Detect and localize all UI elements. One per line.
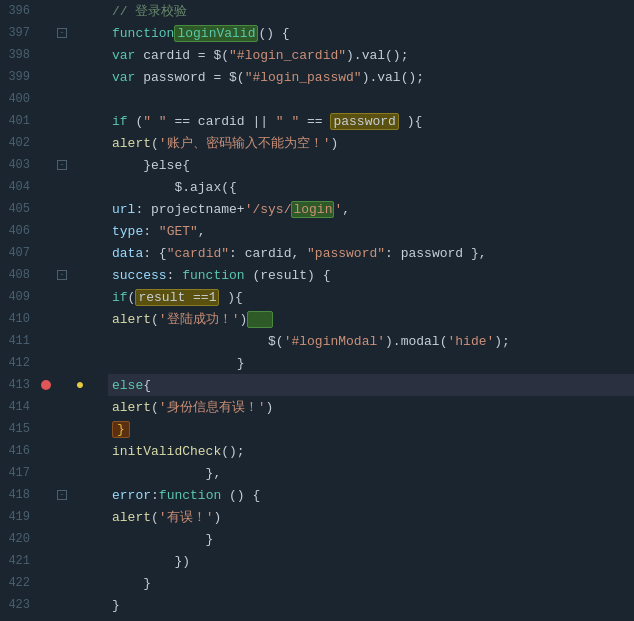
code-line: function loginValid() { — [108, 22, 634, 44]
gutter-row: 406 — [0, 220, 108, 242]
code-line: } — [108, 594, 634, 616]
code-line: $.ajax({ — [108, 176, 634, 198]
line-number: 407 — [0, 246, 38, 260]
code-line: alert('登陆成功！') — [108, 308, 634, 330]
line-gutter: 396397-398399400401402403-40440540640740… — [0, 0, 108, 621]
code-line: // 登录校验 — [108, 0, 634, 22]
line-number: 401 — [0, 114, 38, 128]
code-line: } — [108, 572, 634, 594]
gutter-row: 417 — [0, 462, 108, 484]
code-line: var cardid = $("#login_cardid").val(); — [108, 44, 634, 66]
gutter-row: 396 — [0, 0, 108, 22]
code-line: }) — [108, 550, 634, 572]
code-line: type: "GET", — [108, 220, 634, 242]
code-line: error:function () { — [108, 484, 634, 506]
line-number: 418 — [0, 488, 38, 502]
code-line: url: projectname+'/sys/login', — [108, 198, 634, 220]
gutter-row: 405 — [0, 198, 108, 220]
fold-area[interactable]: - — [54, 270, 70, 280]
code-line: }, — [108, 462, 634, 484]
gutter-row: 410 — [0, 308, 108, 330]
gutter-row: 407 — [0, 242, 108, 264]
gutter-row: 409 — [0, 286, 108, 308]
gutter-row: 421 — [0, 550, 108, 572]
fold-icon[interactable]: - — [57, 160, 67, 170]
line-number: 413 — [0, 378, 38, 392]
gutter-row: 422 — [0, 572, 108, 594]
line-number: 398 — [0, 48, 38, 62]
line-number: 396 — [0, 4, 38, 18]
line-number: 400 — [0, 92, 38, 106]
gutter-row: 397- — [0, 22, 108, 44]
breakpoint-area[interactable] — [38, 380, 54, 390]
gutter-row: 398 — [0, 44, 108, 66]
gutter-row: 414 — [0, 396, 108, 418]
line-number: 408 — [0, 268, 38, 282]
gutter-row: 415 — [0, 418, 108, 440]
code-line: $('#loginModal').modal('hide'); — [108, 330, 634, 352]
line-number: 414 — [0, 400, 38, 414]
gutter-row: 399 — [0, 66, 108, 88]
fold-icon[interactable]: - — [57, 490, 67, 500]
line-number: 397 — [0, 26, 38, 40]
gutter-row: 419 — [0, 506, 108, 528]
line-number: 417 — [0, 466, 38, 480]
gutter-row: 402 — [0, 132, 108, 154]
line-number: 403 — [0, 158, 38, 172]
gutter-row: 411 — [0, 330, 108, 352]
gutter-row: 412 — [0, 352, 108, 374]
code-line: success: function (result) { — [108, 264, 634, 286]
line-number: 405 — [0, 202, 38, 216]
line-number: 411 — [0, 334, 38, 348]
fold-area[interactable]: - — [54, 160, 70, 170]
fold-icon[interactable]: - — [57, 28, 67, 38]
warning-area: ● — [70, 377, 90, 393]
code-line: alert('身份信息有误！') — [108, 396, 634, 418]
fold-area[interactable]: - — [54, 490, 70, 500]
line-number: 416 — [0, 444, 38, 458]
code-line: initValidCheck(); — [108, 440, 634, 462]
code-line: } — [108, 352, 634, 374]
watermark — [618, 613, 626, 617]
gutter-row: 418- — [0, 484, 108, 506]
code-line: if (" " == cardid || " " == password ){ — [108, 110, 634, 132]
gutter-row: 408- — [0, 264, 108, 286]
line-number: 422 — [0, 576, 38, 590]
code-line: data: {"cardid": cardid, "password": pas… — [108, 242, 634, 264]
line-number: 399 — [0, 70, 38, 84]
code-line — [108, 88, 634, 110]
gutter-row: 416 — [0, 440, 108, 462]
gutter-row: 404 — [0, 176, 108, 198]
warning-icon: ● — [72, 377, 88, 393]
code-line: alert('有误！') — [108, 506, 634, 528]
code-editor: 396397-398399400401402403-40440540640740… — [0, 0, 634, 621]
code-line: alert('账户、密码输入不能为空！') — [108, 132, 634, 154]
code-line: } — [108, 418, 634, 440]
code-line: }else{ — [108, 154, 634, 176]
line-number: 423 — [0, 598, 38, 612]
code-line: if(result ==1 ){ — [108, 286, 634, 308]
code-content: // 登录校验function loginValid() { var cardi… — [108, 0, 634, 621]
code-line: } — [108, 528, 634, 550]
line-number: 421 — [0, 554, 38, 568]
code-line: else{ — [108, 374, 634, 396]
line-number: 410 — [0, 312, 38, 326]
fold-icon[interactable]: - — [57, 270, 67, 280]
gutter-row: 401 — [0, 110, 108, 132]
line-number: 419 — [0, 510, 38, 524]
fold-area[interactable]: - — [54, 28, 70, 38]
gutter-row: 423 — [0, 594, 108, 616]
gutter-row: 403- — [0, 154, 108, 176]
code-line: var password = $("#login_passwd").val(); — [108, 66, 634, 88]
line-number: 404 — [0, 180, 38, 194]
line-number: 412 — [0, 356, 38, 370]
gutter-row: 413● — [0, 374, 108, 396]
line-number: 406 — [0, 224, 38, 238]
line-number: 415 — [0, 422, 38, 436]
breakpoint-dot — [41, 380, 51, 390]
line-number: 409 — [0, 290, 38, 304]
gutter-row: 420 — [0, 528, 108, 550]
gutter-row: 400 — [0, 88, 108, 110]
line-number: 420 — [0, 532, 38, 546]
line-number: 402 — [0, 136, 38, 150]
